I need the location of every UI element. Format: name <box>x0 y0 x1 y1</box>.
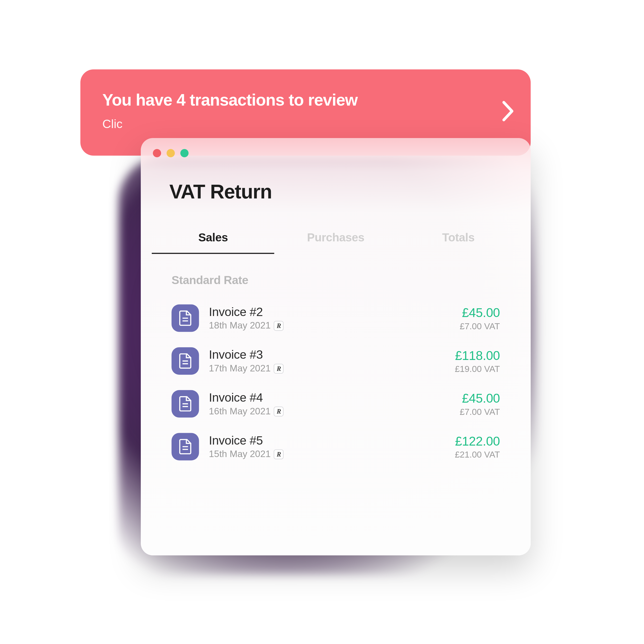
tabs: Sales Purchases Totals <box>141 213 531 254</box>
list-item[interactable]: Invoice #5 15th May 2021 R £122.00 £21.0… <box>165 425 506 468</box>
invoice-date: 17th May 2021 <box>209 363 271 374</box>
invoice-vat: £19.00 VAT <box>455 364 500 374</box>
document-icon <box>171 433 199 460</box>
invoice-amount: £122.00 <box>455 434 500 449</box>
section-label: Standard Rate <box>141 254 531 295</box>
invoice-date: 15th May 2021 <box>209 449 271 460</box>
provider-badge-icon: R <box>274 407 284 417</box>
document-icon <box>171 305 199 332</box>
invoice-title: Invoice #2 <box>209 305 450 319</box>
invoice-vat: £21.00 VAT <box>455 450 500 460</box>
invoice-amount: £45.00 <box>460 391 500 406</box>
list-item[interactable]: Invoice #2 18th May 2021 R £45.00 £7.00 … <box>165 297 506 340</box>
review-banner-title: You have 4 transactions to review <box>102 89 388 111</box>
list-item[interactable]: Invoice #3 17th May 2021 R £118.00 £19.0… <box>165 339 506 382</box>
invoice-amount: £45.00 <box>460 305 500 320</box>
invoice-vat: £7.00 VAT <box>460 407 500 417</box>
vat-return-window: VAT Return Sales Purchases Totals Standa… <box>141 138 531 555</box>
invoice-date: 18th May 2021 <box>209 320 271 331</box>
provider-badge-icon: R <box>274 449 284 459</box>
invoice-vat: £7.00 VAT <box>460 321 500 331</box>
provider-badge-icon: R <box>274 321 284 331</box>
chevron-right-icon <box>501 100 515 125</box>
minimize-icon[interactable] <box>166 149 175 157</box>
review-banner-subtitle: Clic <box>102 117 487 131</box>
provider-badge-icon: R <box>274 364 284 374</box>
document-icon <box>171 390 199 418</box>
document-icon <box>171 347 199 375</box>
window-title: VAT Return <box>141 157 531 213</box>
tab-sales[interactable]: Sales <box>152 223 274 254</box>
close-icon[interactable] <box>153 149 161 157</box>
tab-totals[interactable]: Totals <box>397 223 520 254</box>
invoice-title: Invoice #5 <box>209 434 445 448</box>
window-traffic-lights <box>141 138 531 157</box>
zoom-icon[interactable] <box>180 149 188 157</box>
invoice-list: Invoice #2 18th May 2021 R £45.00 £7.00 … <box>141 295 531 468</box>
invoice-title: Invoice #3 <box>209 348 445 362</box>
invoice-title: Invoice #4 <box>209 391 450 405</box>
invoice-date: 16th May 2021 <box>209 406 271 417</box>
invoice-amount: £118.00 <box>455 348 500 363</box>
list-item[interactable]: Invoice #4 16th May 2021 R £45.00 £7.00 … <box>165 382 506 425</box>
tab-purchases[interactable]: Purchases <box>274 223 397 254</box>
